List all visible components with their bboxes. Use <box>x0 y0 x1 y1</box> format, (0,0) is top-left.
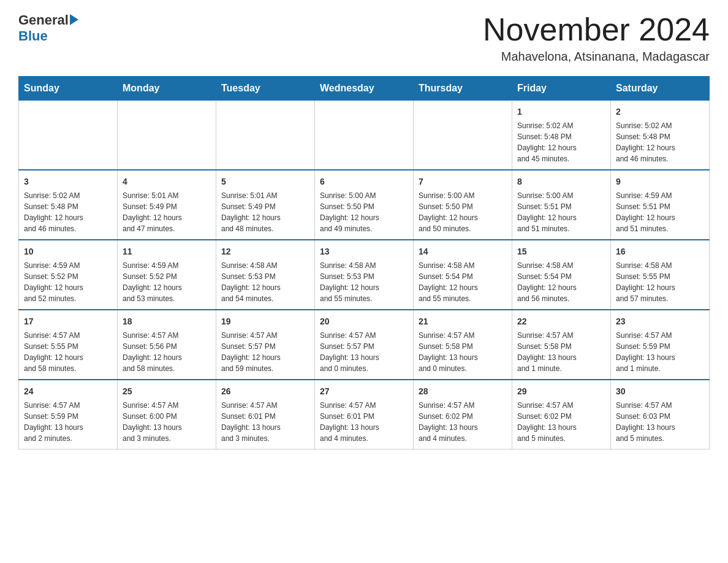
calendar-table: Sunday Monday Tuesday Wednesday Thursday… <box>18 76 710 450</box>
table-cell: 11Sunrise: 4:59 AM Sunset: 5:52 PM Dayli… <box>118 240 216 310</box>
day-number: 10 <box>24 245 112 258</box>
header-saturday: Saturday <box>611 77 710 101</box>
day-number: 8 <box>517 175 605 188</box>
table-cell: 20Sunrise: 4:57 AM Sunset: 5:57 PM Dayli… <box>315 310 414 380</box>
header-sunday: Sunday <box>19 77 118 101</box>
day-info: Sunrise: 5:01 AM Sunset: 5:49 PM Dayligh… <box>221 190 309 234</box>
day-info: Sunrise: 4:58 AM Sunset: 5:54 PM Dayligh… <box>517 260 605 304</box>
table-cell: 8Sunrise: 5:00 AM Sunset: 5:51 PM Daylig… <box>512 170 611 240</box>
table-cell: 3Sunrise: 5:02 AM Sunset: 5:48 PM Daylig… <box>19 170 118 240</box>
table-cell: 15Sunrise: 4:58 AM Sunset: 5:54 PM Dayli… <box>512 240 611 310</box>
day-number: 11 <box>123 245 211 258</box>
day-info: Sunrise: 4:59 AM Sunset: 5:52 PM Dayligh… <box>123 260 211 304</box>
day-info: Sunrise: 5:02 AM Sunset: 5:48 PM Dayligh… <box>24 190 112 234</box>
week-row-3: 10Sunrise: 4:59 AM Sunset: 5:52 PM Dayli… <box>19 240 710 310</box>
day-info: Sunrise: 4:57 AM Sunset: 6:03 PM Dayligh… <box>616 400 704 444</box>
weekday-header-row: Sunday Monday Tuesday Wednesday Thursday… <box>19 77 710 101</box>
day-number: 4 <box>123 175 211 188</box>
table-cell: 28Sunrise: 4:57 AM Sunset: 6:02 PM Dayli… <box>414 380 512 450</box>
week-row-5: 24Sunrise: 4:57 AM Sunset: 5:59 PM Dayli… <box>19 380 710 450</box>
week-row-2: 3Sunrise: 5:02 AM Sunset: 5:48 PM Daylig… <box>19 170 710 240</box>
day-info: Sunrise: 5:00 AM Sunset: 5:50 PM Dayligh… <box>419 190 507 234</box>
table-cell: 7Sunrise: 5:00 AM Sunset: 5:50 PM Daylig… <box>414 170 512 240</box>
month-title: November 2024 <box>483 12 710 47</box>
day-number: 22 <box>517 315 605 328</box>
day-info: Sunrise: 4:57 AM Sunset: 6:02 PM Dayligh… <box>419 400 507 444</box>
table-cell: 10Sunrise: 4:59 AM Sunset: 5:52 PM Dayli… <box>19 240 118 310</box>
location-title: Mahavelona, Atsinanana, Madagascar <box>483 50 710 64</box>
day-number: 18 <box>123 315 211 328</box>
day-info: Sunrise: 4:57 AM Sunset: 5:56 PM Dayligh… <box>123 330 211 374</box>
day-info: Sunrise: 4:57 AM Sunset: 6:01 PM Dayligh… <box>320 400 408 444</box>
day-number: 2 <box>616 105 704 118</box>
day-info: Sunrise: 4:57 AM Sunset: 5:58 PM Dayligh… <box>517 330 605 374</box>
header-monday: Monday <box>118 77 216 101</box>
day-info: Sunrise: 4:57 AM Sunset: 6:01 PM Dayligh… <box>221 400 309 444</box>
table-cell <box>118 101 216 170</box>
day-info: Sunrise: 4:57 AM Sunset: 5:59 PM Dayligh… <box>24 400 112 444</box>
day-number: 24 <box>24 385 112 398</box>
table-cell <box>19 101 118 170</box>
day-number: 16 <box>616 245 704 258</box>
week-row-4: 17Sunrise: 4:57 AM Sunset: 5:55 PM Dayli… <box>19 310 710 380</box>
day-info: Sunrise: 4:57 AM Sunset: 5:58 PM Dayligh… <box>419 330 507 374</box>
day-info: Sunrise: 5:00 AM Sunset: 5:50 PM Dayligh… <box>320 190 408 234</box>
day-info: Sunrise: 4:57 AM Sunset: 6:00 PM Dayligh… <box>123 400 211 444</box>
day-number: 28 <box>419 385 507 398</box>
table-cell: 21Sunrise: 4:57 AM Sunset: 5:58 PM Dayli… <box>414 310 512 380</box>
page-header: General Blue November 2024 Mahavelona, A… <box>18 12 710 64</box>
day-info: Sunrise: 5:00 AM Sunset: 5:51 PM Dayligh… <box>517 190 605 234</box>
day-number: 19 <box>221 315 309 328</box>
table-cell: 26Sunrise: 4:57 AM Sunset: 6:01 PM Dayli… <box>216 380 315 450</box>
table-cell: 17Sunrise: 4:57 AM Sunset: 5:55 PM Dayli… <box>19 310 118 380</box>
table-cell: 16Sunrise: 4:58 AM Sunset: 5:55 PM Dayli… <box>611 240 710 310</box>
week-row-1: 1Sunrise: 5:02 AM Sunset: 5:48 PM Daylig… <box>19 101 710 170</box>
day-info: Sunrise: 4:58 AM Sunset: 5:53 PM Dayligh… <box>221 260 309 304</box>
day-number: 15 <box>517 245 605 258</box>
day-number: 9 <box>616 175 704 188</box>
day-info: Sunrise: 5:01 AM Sunset: 5:49 PM Dayligh… <box>123 190 211 234</box>
logo-general-text: General <box>18 12 69 28</box>
day-info: Sunrise: 4:57 AM Sunset: 6:02 PM Dayligh… <box>517 400 605 444</box>
day-number: 25 <box>123 385 211 398</box>
header-tuesday: Tuesday <box>216 77 315 101</box>
table-cell <box>414 101 512 170</box>
day-number: 23 <box>616 315 704 328</box>
table-cell: 25Sunrise: 4:57 AM Sunset: 6:00 PM Dayli… <box>118 380 216 450</box>
table-cell: 24Sunrise: 4:57 AM Sunset: 5:59 PM Dayli… <box>19 380 118 450</box>
header-thursday: Thursday <box>414 77 512 101</box>
day-number: 1 <box>517 105 605 118</box>
day-info: Sunrise: 4:58 AM Sunset: 5:54 PM Dayligh… <box>419 260 507 304</box>
table-cell: 14Sunrise: 4:58 AM Sunset: 5:54 PM Dayli… <box>414 240 512 310</box>
table-cell <box>216 101 315 170</box>
table-cell: 30Sunrise: 4:57 AM Sunset: 6:03 PM Dayli… <box>611 380 710 450</box>
day-info: Sunrise: 4:58 AM Sunset: 5:55 PM Dayligh… <box>616 260 704 304</box>
table-cell: 6Sunrise: 5:00 AM Sunset: 5:50 PM Daylig… <box>315 170 414 240</box>
table-cell: 9Sunrise: 4:59 AM Sunset: 5:51 PM Daylig… <box>611 170 710 240</box>
header-wednesday: Wednesday <box>315 77 414 101</box>
table-cell: 27Sunrise: 4:57 AM Sunset: 6:01 PM Dayli… <box>315 380 414 450</box>
header-friday: Friday <box>512 77 611 101</box>
day-info: Sunrise: 4:57 AM Sunset: 5:59 PM Dayligh… <box>616 330 704 374</box>
day-info: Sunrise: 4:59 AM Sunset: 5:51 PM Dayligh… <box>616 190 704 234</box>
day-number: 7 <box>419 175 507 188</box>
title-block: November 2024 Mahavelona, Atsinanana, Ma… <box>483 12 710 64</box>
table-cell: 23Sunrise: 4:57 AM Sunset: 5:59 PM Dayli… <box>611 310 710 380</box>
day-number: 21 <box>419 315 507 328</box>
table-cell: 13Sunrise: 4:58 AM Sunset: 5:53 PM Dayli… <box>315 240 414 310</box>
day-number: 17 <box>24 315 112 328</box>
day-info: Sunrise: 4:59 AM Sunset: 5:52 PM Dayligh… <box>24 260 112 304</box>
day-info: Sunrise: 4:57 AM Sunset: 5:55 PM Dayligh… <box>24 330 112 374</box>
day-info: Sunrise: 5:02 AM Sunset: 5:48 PM Dayligh… <box>517 120 605 164</box>
table-cell: 4Sunrise: 5:01 AM Sunset: 5:49 PM Daylig… <box>118 170 216 240</box>
day-number: 14 <box>419 245 507 258</box>
table-cell <box>315 101 414 170</box>
day-number: 26 <box>221 385 309 398</box>
day-number: 5 <box>221 175 309 188</box>
day-number: 12 <box>221 245 309 258</box>
day-number: 29 <box>517 385 605 398</box>
day-number: 3 <box>24 175 112 188</box>
day-info: Sunrise: 4:58 AM Sunset: 5:53 PM Dayligh… <box>320 260 408 304</box>
table-cell: 18Sunrise: 4:57 AM Sunset: 5:56 PM Dayli… <box>118 310 216 380</box>
day-info: Sunrise: 5:02 AM Sunset: 5:48 PM Dayligh… <box>616 120 704 164</box>
